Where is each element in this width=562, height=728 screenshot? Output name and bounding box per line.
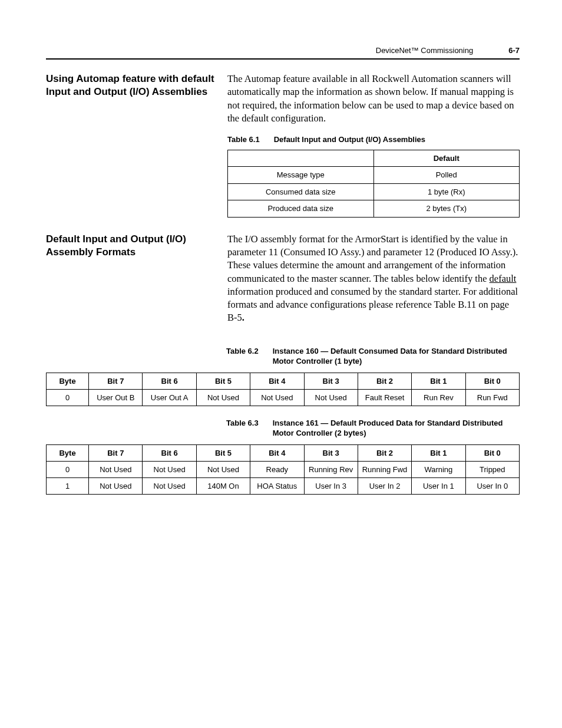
table-header-cell: Byte: [47, 444, 89, 461]
running-header: DeviceNet™ Commissioning 6-7: [46, 46, 520, 60]
table-wrapper: Byte Bit 7 Bit 6 Bit 5 Bit 4 Bit 3 Bit 2…: [46, 373, 520, 406]
table-number: Table 6.3: [226, 418, 259, 439]
table-cell: Run Rev: [412, 389, 465, 406]
section-body: The Automap feature available in all Roc…: [227, 73, 520, 218]
table-cell: Ready: [250, 461, 304, 477]
table-header-cell: Default: [373, 150, 520, 167]
table-header-cell: Bit 5: [196, 444, 250, 461]
table-row: 0 Not Used Not Used Not Used Ready Runni…: [47, 461, 520, 477]
table-cell: User Out A: [143, 389, 196, 406]
table-cell: Running Fwd: [358, 461, 411, 477]
table-cell: HOA Status: [250, 477, 304, 494]
table-cell: Message type: [228, 167, 374, 184]
table-header-cell: Bit 7: [89, 444, 143, 461]
table-cell: Running Rev: [304, 461, 358, 477]
table-header-cell: Bit 4: [250, 444, 304, 461]
table-cell: 140M On: [196, 477, 250, 494]
table-cell: User In 1: [412, 477, 465, 494]
table-row: 1 Not Used Not Used 140M On HOA Status U…: [47, 477, 520, 494]
table-cell: 1 byte (Rx): [373, 183, 520, 200]
page: DeviceNet™ Commissioning 6-7 Using Autom…: [0, 0, 562, 495]
table-cell: User In 3: [304, 477, 358, 494]
table-cell: 0: [47, 461, 89, 477]
table-header-cell: Bit 3: [304, 373, 358, 389]
table-number: Table 6.2: [226, 346, 259, 367]
table-header-cell: Byte: [47, 373, 89, 389]
table-cell: User Out B: [89, 389, 143, 406]
table-header-cell: Bit 0: [465, 444, 519, 461]
section-body: The I/O assembly format for the ArmorSta…: [227, 233, 520, 331]
table-title: Default Input and Output (I/O) Assemblie…: [274, 134, 520, 145]
table-cell: Produced data size: [228, 200, 374, 218]
table-cell: Not Used: [196, 461, 250, 477]
table-title: Instance 160 — Default Consumed Data for…: [273, 346, 520, 367]
table-header-cell: Bit 3: [304, 444, 358, 461]
section-heading: Using Automap feature with default Input…: [46, 73, 227, 218]
table-title: Instance 161 — Default Produced Data for…: [273, 418, 520, 439]
table-cell: User In 0: [465, 477, 519, 494]
table-header-cell: Bit 4: [250, 373, 304, 389]
table-header-cell: Bit 0: [465, 373, 519, 389]
table-instance-160: Byte Bit 7 Bit 6 Bit 5 Bit 4 Bit 3 Bit 2…: [46, 373, 520, 406]
table-cell: User In 2: [358, 477, 411, 494]
table-header-cell: Bit 2: [358, 373, 411, 389]
table-cell: Consumed data size: [228, 183, 374, 200]
section-automap: Using Automap feature with default Input…: [46, 73, 520, 218]
section-formats: Default Input and Output (I/O) Assembly …: [46, 233, 520, 331]
paragraph: The Automap feature available in all Roc…: [227, 73, 520, 125]
table-cell: Warning: [412, 461, 465, 477]
table-cell: 2 bytes (Tx): [373, 200, 520, 218]
table-cell: Not Used: [196, 389, 250, 406]
table-header-cell: Bit 6: [143, 444, 196, 461]
table-row: Message type Polled: [228, 167, 520, 184]
table-header-cell: Bit 5: [196, 373, 250, 389]
table-row: Produced data size 2 bytes (Tx): [228, 200, 520, 218]
table-cell: Not Used: [89, 461, 143, 477]
underlined-text: default: [490, 273, 517, 284]
table-caption: Table 6.1 Default Input and Output (I/O)…: [227, 134, 520, 145]
table-wrapper: Byte Bit 7 Bit 6 Bit 5 Bit 4 Bit 3 Bit 2…: [46, 444, 520, 495]
table-header-row: Byte Bit 7 Bit 6 Bit 5 Bit 4 Bit 3 Bit 2…: [47, 444, 520, 461]
section-heading: Default Input and Output (I/O) Assembly …: [46, 233, 227, 331]
table-cell: Polled: [373, 167, 520, 184]
table-row: Consumed data size 1 byte (Rx): [228, 183, 520, 200]
table-header-cell: Bit 1: [412, 373, 465, 389]
table-row: 0 User Out B User Out A Not Used Not Use…: [47, 389, 520, 406]
table-header-row: Byte Bit 7 Bit 6 Bit 5 Bit 4 Bit 3 Bit 2…: [47, 373, 520, 389]
running-title: DeviceNet™ Commissioning: [376, 46, 473, 55]
table-cell: Tripped: [465, 461, 519, 477]
table-row: Default: [228, 150, 520, 167]
table-header-cell: Bit 2: [358, 444, 411, 461]
table-header-cell: Bit 7: [89, 373, 143, 389]
table-caption: Table 6.3 Instance 161 — Default Produce…: [226, 418, 520, 439]
paragraph: The I/O assembly format for the ArmorSta…: [227, 233, 520, 325]
table-number: Table 6.1: [227, 134, 260, 145]
table-instance-161: Byte Bit 7 Bit 6 Bit 5 Bit 4 Bit 3 Bit 2…: [46, 444, 520, 495]
table-cell: Not Used: [89, 477, 143, 494]
table-header-cell: Bit 1: [412, 444, 465, 461]
text: information produced and consumed by the…: [227, 286, 518, 324]
table-caption: Table 6.2 Instance 160 — Default Consume…: [226, 346, 520, 367]
table-cell: Not Used: [304, 389, 358, 406]
page-number: 6-7: [508, 46, 520, 55]
text: .: [242, 312, 244, 323]
text: The I/O assembly format for the ArmorSta…: [227, 233, 518, 284]
table-cell: 1: [47, 477, 89, 494]
table-cell: Not Used: [250, 389, 304, 406]
table-header-cell: Bit 6: [143, 373, 196, 389]
table-cell: Fault Reset: [358, 389, 411, 406]
table-cell: 0: [47, 389, 89, 406]
table-default-io: Default Message type Polled Consumed dat…: [227, 150, 520, 218]
table-cell: Run Fwd: [465, 389, 519, 406]
table-cell: Not Used: [143, 477, 196, 494]
table-header-cell: [228, 150, 374, 167]
table-cell: Not Used: [143, 461, 196, 477]
